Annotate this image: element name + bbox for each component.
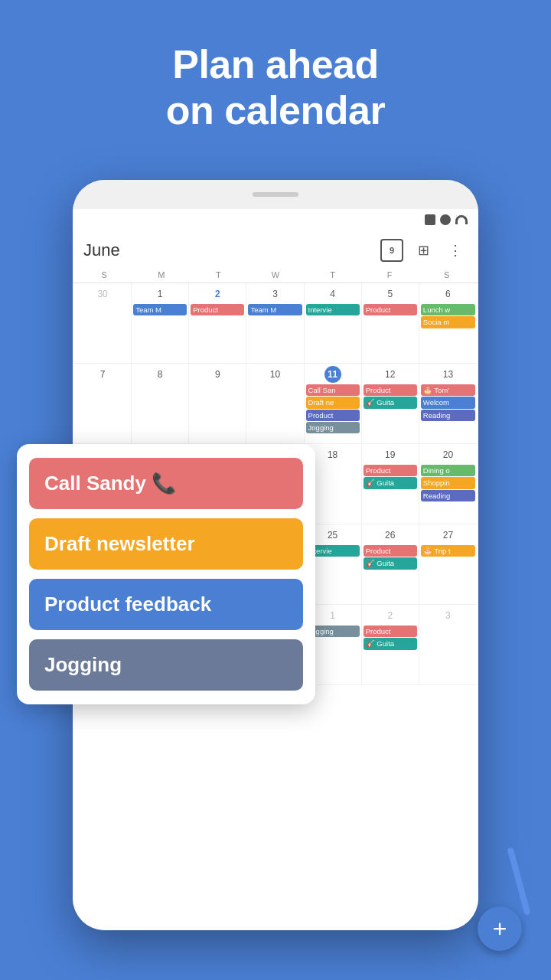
add-event-fab[interactable]: + [478, 906, 522, 951]
more-options-button[interactable]: ⋮ [443, 238, 468, 263]
event-pill[interactable]: Reading [421, 490, 475, 501]
event-pill[interactable]: Product [364, 626, 417, 637]
cal-cell-w1d1[interactable]: 8 [132, 364, 189, 444]
event-pill[interactable]: Product [191, 304, 244, 315]
cal-cell-w0d2[interactable]: 2Product [189, 283, 246, 364]
event-pill[interactable]: Lunch w [421, 304, 475, 315]
task-card-3[interactable]: Jogging [29, 639, 303, 691]
calendar-header: June 9 ⊞ ⋮ [73, 230, 478, 267]
day-number: 27 [439, 527, 456, 544]
event-pill[interactable]: Welcom [421, 397, 475, 408]
event-pill[interactable]: Dining o [421, 465, 475, 476]
event-pill[interactable]: Team M [248, 304, 302, 315]
day-number: 3 [439, 607, 456, 624]
task-cards-panel: Call Sandy 📞Draft newsletterProduct feed… [17, 444, 315, 704]
cal-cell-w1d4[interactable]: 11Call SanDraft neProductJogging [305, 364, 362, 444]
cal-cell-w0d6[interactable]: 6Lunch wSocia m [419, 283, 477, 364]
event-pill[interactable]: Draft ne [306, 397, 360, 408]
event-pill[interactable]: 🎂 Tom' [421, 384, 475, 396]
day-number: 1 [324, 607, 341, 624]
cal-cell-w1d3[interactable]: 10 [246, 364, 304, 444]
task-card-label: Jogging [44, 653, 122, 676]
cal-cell-w3d5[interactable]: 26Product🎸 Guita [362, 524, 419, 605]
event-pill[interactable]: Shoppin [421, 477, 475, 488]
cal-cell-w1d6[interactable]: 13🎂 Tom'WelcomReading [419, 364, 477, 444]
cal-cell-w1d0[interactable]: 7 [74, 364, 132, 444]
today-button[interactable]: 9 [380, 239, 403, 262]
day-number: 25 [324, 527, 341, 544]
day-header-m: M [133, 267, 191, 283]
day-number: 20 [439, 446, 456, 463]
day-number: 6 [439, 286, 456, 302]
hero-title: Plan ahead on calendar [0, 0, 551, 134]
grid-view-button[interactable]: ⊞ [411, 238, 435, 263]
task-card-0[interactable]: Call Sandy 📞 [29, 458, 303, 509]
cal-cell-w4d5[interactable]: 2Product🎸 Guita [362, 605, 419, 685]
cal-cell-w3d6[interactable]: 27🎂 Trip t [419, 524, 477, 605]
day-header-w: W [247, 267, 305, 283]
decorative-lines [511, 831, 536, 919]
day-header-s2: S [418, 267, 475, 283]
phone-top-bar [73, 180, 478, 209]
day-header-t2: T [304, 267, 361, 283]
event-pill[interactable]: Jogging [306, 422, 360, 433]
event-pill[interactable]: Product [364, 304, 417, 315]
cal-cell-w0d3[interactable]: 3Team M [246, 283, 304, 364]
signal-icon [440, 214, 451, 225]
day-number: 2 [209, 286, 226, 302]
day-number: 26 [382, 527, 399, 544]
day-number: 8 [152, 366, 168, 383]
day-header-f: F [361, 267, 419, 283]
day-header-s1: S [76, 267, 133, 283]
task-card-2[interactable]: Product feedback [29, 579, 303, 630]
event-pill[interactable]: Call San [306, 384, 360, 396]
event-pill[interactable]: Socia m [421, 316, 475, 328]
day-header-t1: T [190, 267, 247, 283]
day-number: 10 [266, 366, 283, 383]
day-number: 13 [439, 366, 456, 383]
event-pill[interactable]: Product [364, 384, 417, 396]
month-title: June [83, 240, 120, 260]
event-pill[interactable]: Reading [421, 410, 475, 421]
day-number: 3 [266, 286, 283, 302]
task-card-label: Product feedback [44, 593, 211, 616]
day-number: 11 [324, 366, 341, 383]
header-icons: 9 ⊞ ⋮ [380, 238, 468, 263]
day-number: 30 [94, 286, 111, 302]
cal-cell-w0d4[interactable]: 4Intervie [305, 283, 362, 364]
status-bar [73, 209, 478, 230]
day-number: 9 [209, 366, 226, 383]
day-number: 1 [152, 286, 168, 302]
cal-cell-w1d5[interactable]: 12Product🎸 Guita [362, 364, 419, 444]
day-number: 12 [382, 366, 399, 383]
cal-cell-w0d1[interactable]: 1Team M [132, 283, 189, 364]
task-card-label: Call Sandy 📞 [44, 472, 176, 495]
event-pill[interactable]: 🎸 Guita [364, 397, 417, 408]
event-pill[interactable]: Team M [133, 304, 187, 315]
cal-cell-w2d6[interactable]: 20Dining oShoppinReading [419, 444, 477, 524]
event-pill[interactable]: 🎂 Trip t [421, 545, 475, 557]
cal-cell-w4d6[interactable]: 3 [419, 605, 477, 685]
cal-cell-w2d5[interactable]: 19Product🎸 Guita [362, 444, 419, 524]
phone-speaker [253, 192, 298, 197]
day-number: 5 [382, 286, 399, 302]
task-card-1[interactable]: Draft newsletter [29, 518, 303, 570]
day-number: 18 [324, 446, 341, 463]
day-headers: S M T W T F S [73, 267, 478, 283]
day-number: 2 [382, 607, 399, 624]
day-number: 7 [94, 366, 111, 383]
cal-cell-w0d5[interactable]: 5Product [362, 283, 419, 364]
battery-icon [425, 214, 435, 225]
event-pill[interactable]: Product [306, 410, 360, 421]
day-number: 4 [324, 286, 341, 302]
wifi-icon [455, 215, 468, 224]
cal-cell-w0d0[interactable]: 30 [74, 283, 132, 364]
event-pill[interactable]: 🎸 Guita [364, 638, 417, 649]
event-pill[interactable]: Intervie [306, 304, 360, 315]
event-pill[interactable]: Product [364, 465, 417, 476]
event-pill[interactable]: 🎸 Guita [364, 557, 417, 569]
event-pill[interactable]: 🎸 Guita [364, 477, 417, 488]
cal-cell-w1d2[interactable]: 9 [189, 364, 246, 444]
event-pill[interactable]: Product [364, 545, 417, 557]
task-card-label: Draft newsletter [44, 532, 195, 555]
